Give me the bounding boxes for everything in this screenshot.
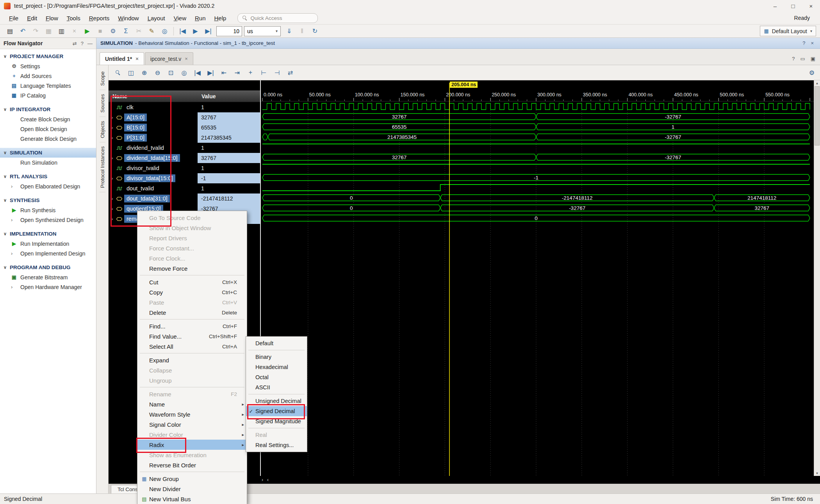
context-menu-item-select-all[interactable]: Select AllCtrl+A [137,341,247,351]
flow-section-program-and-debug[interactable]: ∨PROGRAM AND DEBUG [0,263,96,272]
paste-icon[interactable]: ▥ [55,26,68,36]
signal-value-clk[interactable]: 1 [198,102,260,112]
cursor-time-label[interactable]: 205.004 ns [450,82,478,88]
close-icon[interactable]: × [135,56,139,62]
save-waveform-icon[interactable]: ◫ [126,67,136,78]
radix-option-octal[interactable]: Octal [246,372,307,382]
flow-item-language-templates[interactable]: ▤Language Templates [0,81,96,91]
radix-option-unsigned-decimal[interactable]: Unsigned Decimal [246,396,307,406]
scroll-up-icon[interactable]: ▲ [816,80,819,86]
flow-item-open-elaborated-design[interactable]: ›Open Elaborated Design [0,181,96,191]
splitter-arrow-icon[interactable]: ‹ [267,477,269,483]
minimize-button[interactable]: – [766,0,784,12]
signal-value-dividend-tdata-15-0[interactable]: 32767 [198,153,260,163]
flow-item-run-implementation[interactable]: ▶Run Implementation [0,239,96,248]
close-icon[interactable]: × [185,56,188,62]
quick-access-search[interactable]: Quick Access [237,13,318,23]
help-icon[interactable]: ? [802,40,805,46]
help-icon[interactable]: ? [792,56,795,62]
splitter-arrow-icon[interactable]: › [262,477,263,483]
previous-transition-icon[interactable]: ⇤ [219,67,229,78]
flow-item-add-sources[interactable]: +Add Sources [0,71,96,81]
signal-value-dout-tdata-31-0[interactable]: -2147418112 [198,193,260,204]
help-icon[interactable]: ? [81,41,84,46]
next-transition-icon[interactable]: ⇥ [232,67,242,78]
flow-item-run-simulation[interactable]: Run Simulation [0,158,96,167]
context-menu-item-expand[interactable]: Expand [137,355,247,365]
zoom-fit-icon[interactable]: ⊡ [166,67,176,78]
signal-row-clk[interactable]: clk [109,102,198,112]
flow-item-generate-block-design[interactable]: Generate Block Design [0,134,96,144]
menu-layout[interactable]: Layout [143,13,169,23]
flow-item-run-synthesis[interactable]: ▶Run Synthesis [0,205,96,215]
relaunch-icon[interactable]: ↻ [309,26,321,36]
vertical-scrollbar[interactable]: ▲ ▼ [814,80,820,476]
restart-icon[interactable]: |◀ [176,26,189,36]
menu-edit[interactable]: Edit [23,13,41,23]
maximize-button[interactable]: □ [784,0,802,12]
signal-row-b-15-0[interactable]: ›B[15:0] [109,122,198,133]
menu-run[interactable]: Run [191,13,210,23]
context-menu-item-find[interactable]: Find...Ctrl+F [137,321,247,331]
signal-row-dividend-tdata-15-0[interactable]: ›dividend_tdata[15:0] [109,153,198,163]
flow-section-rtl-analysis[interactable]: ∨RTL ANALYSIS [0,172,96,181]
signal-value-p-31-0[interactable]: 2147385345 [198,133,260,143]
menu-file[interactable]: File [5,13,23,23]
radix-option-ascii[interactable]: ASCII [246,382,307,392]
context-menu-item-new-virtual-bus[interactable]: ▤New Virtual Bus [137,494,247,504]
signal-row-divisor-tdata-15-0[interactable]: ›divisor_tdata[15:0] [109,173,198,183]
signal-value-dividend-tvalid[interactable]: 1 [198,143,260,153]
menu-reports[interactable]: Reports [85,13,114,23]
splitter-arrows[interactable]: ›‹ [262,477,269,483]
settings-icon[interactable]: ⚙ [107,26,119,36]
marker-right-icon[interactable]: ⊣ [272,67,282,78]
context-menu-item-cut[interactable]: CutCtrl+X [137,277,247,287]
marker-left-icon[interactable]: ⊢ [258,67,269,78]
signal-row-a-15-0[interactable]: ›A[15:0] [109,112,198,122]
tab-untitled-1[interactable]: Untitled 1*× [100,52,144,65]
step-icon[interactable]: ▶| [202,26,214,36]
zoom-to-cursor-icon[interactable]: ◎ [179,67,189,78]
scroll-down-icon[interactable]: ▼ [816,470,819,476]
radix-option-real-settings[interactable]: Real Settings... [246,440,307,450]
menu-flow[interactable]: Flow [41,13,62,23]
signal-row-dout-tdata-31-0[interactable]: ›dout_tdata[31:0] [109,193,198,204]
signal-row-dout-tvalid[interactable]: dout_tvalid [109,183,198,193]
signal-value-dout-tvalid[interactable]: 1 [198,183,260,193]
radix-option-binary[interactable]: Binary [246,352,307,362]
context-menu-item-signal-color[interactable]: Signal Color▸ [137,419,247,429]
side-tab-scope[interactable]: Scope [100,67,105,90]
run-for-icon[interactable]: ⇓ [283,26,295,36]
signal-value-a-15-0[interactable]: 32767 [198,112,260,122]
run-time-input[interactable]: 10 [216,26,242,36]
context-menu-item-new-group[interactable]: ▦New Group [137,474,247,484]
open-recent-icon[interactable]: ▤ [4,26,16,36]
context-menu-item-remove-force[interactable]: Remove Force [137,263,247,273]
swap-cursors-icon[interactable]: ⇄ [285,67,296,78]
add-marker-icon[interactable]: + [245,67,256,78]
run-icon[interactable]: ▶ [81,26,93,36]
flow-item-open-block-design[interactable]: Open Block Design [0,124,96,134]
context-menu-item-reverse-bit-order[interactable]: Reverse Bit Order [137,460,247,470]
flow-section-ip-integrator[interactable]: ∨IP INTEGRATOR [0,105,96,114]
signal-value-divisor-tvalid[interactable]: 1 [198,163,260,173]
zoom-in-icon[interactable]: ⊕ [139,67,150,78]
run-all-icon[interactable]: ▶ [189,26,201,36]
signal-value-b-15-0[interactable]: 65535 [198,122,260,133]
radix-option-signed-decimal[interactable]: ✓Signed Decimal [246,406,307,416]
float-icon[interactable]: ▭ [800,56,805,62]
context-menu-item-radix[interactable]: Radix▸ [137,440,247,450]
side-tab-protocol-instances[interactable]: Protocol Instances [100,142,105,192]
menu-help[interactable]: Help [210,13,231,23]
tab-ipcore-test-v[interactable]: ipcore_test.v× [145,52,193,65]
layout-select[interactable]: ▦ Default Layout ▾ [760,26,816,36]
undo-icon[interactable]: ↶ [17,26,29,36]
flow-item-generate-bitstream[interactable]: ▣Generate Bitstream [0,272,96,282]
radix-option-signed-magnitude[interactable]: Signed Magnitude [246,416,307,426]
flow-section-project-manager[interactable]: ∨PROJECT MANAGER [0,51,96,61]
flow-item-ip-catalog[interactable]: ▦IP Catalog [0,91,96,100]
maximize-icon[interactable]: ▣ [811,56,815,62]
wave-settings-button[interactable]: ⚙ [809,69,816,76]
radix-option-hexadecimal[interactable]: Hexadecimal [246,362,307,372]
flow-item-open-hardware-manager[interactable]: ›Open Hardware Manager [0,282,96,292]
